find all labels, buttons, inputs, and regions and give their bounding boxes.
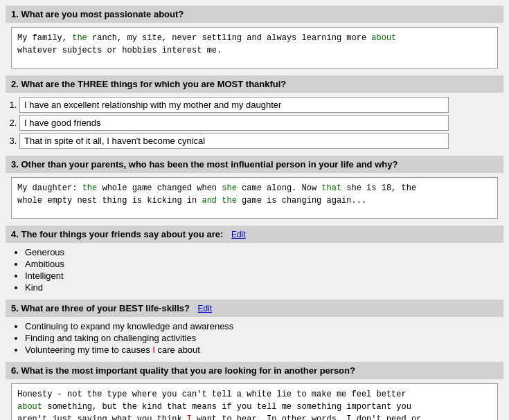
section-header-q3: 3. Other than your parents, who has been… [6,156,503,173]
answer-q6: Honesty - not the type where you can't t… [11,383,498,420]
section-header-q1: 1. What are you most passionate about? [6,6,503,23]
section-q5: 5. What are three of your BEST life-skil… [6,300,503,355]
answer-list-q2: I have an excellent relationship with my… [19,97,498,149]
section-number-q4: 4. [11,229,21,239]
section-number-q2: 2. [11,79,21,89]
section-header-q2: 2. What are the THREE things for which y… [6,75,503,93]
section-question-q4: The four things your friends say about y… [21,229,223,239]
list-item: Finding and taking on challenging activi… [25,333,498,343]
section-q1: 1. What are you most passionate about? M… [6,6,503,69]
highlight: about [17,402,42,412]
highlight: I [152,345,155,355]
section-question-q3: Other than your parents, who has been th… [21,159,398,170]
section-number-q3: 3. [11,159,21,170]
section-question-q5: What are three of your BEST life-skills? [21,303,189,313]
highlight: the [72,33,87,43]
section-number-q6: 6. [11,365,21,376]
highlight: the [82,183,98,193]
list-item: I have good friends [19,115,498,131]
section-q3: 3. Other than your parents, who has been… [6,156,503,219]
section-header-q4: 4. The four things your friends say abou… [6,226,503,243]
highlight: I [187,414,192,420]
list-item: Ambitious [25,259,498,269]
section-number-q5: 5. [11,303,21,313]
section-question-q6: What is the most important quality that … [21,365,355,376]
page: 1. What are you most passionate about? M… [0,0,509,420]
list-item: Generous [25,247,498,257]
list-item-text: Volunteering my time to causes I care ab… [25,345,200,355]
list-item: Volunteering my time to causes I care ab… [25,345,498,355]
list-item: Intelligent [25,271,498,281]
section-q6: 6. What is the most important quality th… [6,362,503,420]
list-item: Kind [25,282,498,293]
section-q2: 2. What are the THREE things for which y… [6,75,503,149]
list-item: Continuing to expand my knowledge and aw… [25,321,498,331]
section-header-q6: 6. What is the most important quality th… [6,362,503,379]
list-item: I have an excellent relationship with my… [19,97,498,113]
highlight: that [321,183,341,193]
section-question-q1: What are you most passionate about? [21,9,184,19]
section-number-q1: 1. [11,9,21,19]
highlight: she [222,183,237,193]
list-item-text: Ambitious [25,259,64,269]
section-header-q5: 5. What are three of your BEST life-skil… [6,300,503,317]
list-item-text: That in spite of it all, I haven't becom… [19,133,449,149]
list-item-text: Generous [25,247,64,257]
list-item-text: Continuing to expand my knowledge and aw… [25,321,233,331]
section-q4: 4. The four things your friends say abou… [6,226,503,293]
edit-link-q5[interactable]: Edit [198,304,213,313]
highlight: the [222,196,237,206]
list-item-text: Intelligent [25,271,64,281]
answer-q1: My family, the ranch, my site, never set… [11,27,498,69]
list-item-text: Kind [25,282,43,293]
answer-list-q5: Continuing to expand my knowledge and aw… [25,321,498,355]
list-item-text: Finding and taking on challenging activi… [25,333,196,343]
edit-link-q4[interactable]: Edit [231,230,246,239]
list-item-text: I have good friends [19,115,449,131]
section-question-q2: What are the THREE things for which you … [21,79,286,89]
highlight: about [371,33,396,43]
list-item: That in spite of it all, I haven't becom… [19,133,498,149]
list-item-text: I have an excellent relationship with my… [19,97,449,113]
answer-q3: My daughter: the whole game changed when… [11,177,498,219]
highlight: and [202,196,217,206]
answer-list-q4: Generous Ambitious Intelligent Kind [25,247,498,293]
